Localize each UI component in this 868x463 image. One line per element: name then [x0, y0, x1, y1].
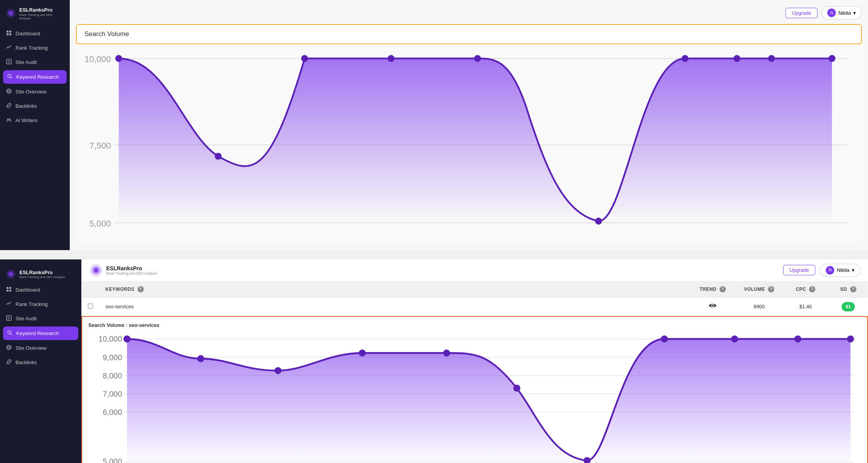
svg-point-43	[8, 331, 11, 334]
sidebar1-logo-text: ESLRanksPro	[19, 7, 53, 13]
sidebar1-item-site-audit[interactable]: Site Audit	[0, 55, 70, 69]
sidebar2-item-keyword-research[interactable]: Keyword Research	[3, 327, 78, 340]
sidebar1-rank-tracking-label: Rank Tracking	[16, 45, 48, 51]
svg-point-72	[661, 335, 668, 342]
search-volume-chart-1: 10,000 7,500 5,000	[80, 48, 858, 238]
svg-rect-4	[9, 31, 11, 33]
sidebar2-logo-icon	[5, 269, 16, 280]
th-cpc: CPC ?	[782, 282, 829, 297]
sidebar2-logo: ESLRanksPro Rank Tracking and SEO Analys…	[0, 263, 81, 283]
sidebar1-dashboard-label: Dashboard	[16, 31, 40, 36]
sidebar2-nav: Dashboard Rank Tracking Site Audit	[0, 283, 81, 370]
svg-text:5,000: 5,000	[103, 457, 122, 463]
svg-line-44	[10, 333, 12, 335]
sidebar2-item-rank-tracking[interactable]: Rank Tracking	[0, 297, 81, 311]
svg-point-30	[768, 55, 775, 62]
sidebar1-item-rank-tracking[interactable]: Rank Tracking	[0, 41, 70, 55]
expanded-chart-cell: Search Volume : seo-services 10,000 9,00…	[82, 316, 868, 463]
sidebar2-rank-tracking-icon	[6, 301, 12, 308]
main-content-1: Upgrade N Nikita ▾ Search Volume 10,000 …	[70, 0, 868, 250]
svg-text:10,000: 10,000	[84, 54, 111, 64]
svg-point-70	[513, 385, 520, 392]
svg-text:7,000: 7,000	[103, 390, 122, 398]
th-volume: VOLUME ?	[736, 282, 782, 297]
screen2-container: ESLRanksPro Rank Tracking and SEO Analys…	[0, 259, 868, 463]
sidebar2-site-overview-icon	[6, 345, 12, 351]
svg-rect-5	[7, 33, 9, 35]
svg-rect-37	[7, 290, 9, 292]
svg-text:5,000: 5,000	[90, 219, 111, 228]
sidebar2-dashboard-label: Dashboard	[16, 287, 40, 293]
user-button-1[interactable]: N Nikita ▾	[822, 6, 862, 19]
expanded-chart-title: Search Volume : seo-services	[88, 322, 861, 328]
svg-rect-38	[9, 290, 11, 292]
row1-keyword-cell: seo-services	[99, 297, 689, 316]
upgrade-button-2[interactable]: Upgrade	[783, 265, 816, 275]
svg-point-67	[274, 367, 281, 374]
sidebar1-item-keyword-research[interactable]: Keyword Research	[3, 70, 67, 84]
svg-point-52	[712, 305, 713, 306]
user-label-2: Nikita	[837, 267, 849, 273]
user-button-2[interactable]: N Nikita ▾	[820, 264, 860, 277]
screen2-header: ESLRanksPro Rank Tracking and SEO Analys…	[81, 259, 868, 282]
site-audit-icon	[6, 59, 12, 66]
keywords-table: KEYWORDS ? TREND ? VOLUME ?	[81, 282, 868, 463]
sidebar2-backlinks-label: Backlinks	[16, 359, 37, 365]
svg-point-68	[359, 349, 366, 356]
header2-logo-text: ESLRanksPro	[106, 265, 157, 271]
row1-checkbox-cell	[82, 297, 99, 316]
dashboard-icon	[6, 30, 12, 37]
svg-point-31	[828, 55, 835, 62]
chevron-down-icon-2: ▾	[852, 267, 854, 273]
svg-point-71	[584, 457, 591, 463]
svg-point-50	[94, 268, 98, 272]
sidebar1-item-dashboard[interactable]: Dashboard	[0, 26, 70, 41]
svg-point-28	[682, 55, 689, 62]
sidebar1-item-ai-writers[interactable]: AI Writers	[0, 113, 70, 128]
sidebar2-dashboard-icon	[6, 287, 12, 293]
trend-info-icon: ?	[720, 286, 726, 292]
row1-checkbox[interactable]	[88, 304, 93, 309]
backlinks-icon	[6, 103, 12, 109]
sidebar2-item-site-overview[interactable]: Site Overview	[0, 341, 81, 355]
cpc-info-icon: ?	[809, 286, 815, 292]
expanded-search-volume-chart: 10,000 9,000 8,000 7,000 6,000 5,000	[88, 332, 861, 463]
expanded-chart-row: Search Volume : seo-services 10,000 9,00…	[82, 316, 868, 463]
sidebar2-rank-tracking-label: Rank Tracking	[16, 301, 48, 307]
svg-point-74	[794, 335, 801, 342]
sidebar2-item-backlinks[interactable]: Backlinks	[0, 355, 81, 370]
sd-info-icon: ?	[850, 286, 856, 292]
sidebar2-item-dashboard[interactable]: Dashboard	[0, 283, 81, 297]
upgrade-button-1[interactable]: Upgrade	[785, 8, 818, 18]
svg-point-69	[443, 349, 450, 356]
sidebar2-logo-sub: Rank Tracking and SEO Analysis	[19, 275, 65, 279]
svg-point-2	[9, 12, 12, 15]
ai-writers-icon	[6, 117, 12, 124]
svg-point-73	[731, 335, 738, 342]
sidebar2-logo-text: ESLRanksPro	[19, 270, 65, 275]
topbar1: Upgrade N Nikita ▾	[76, 6, 862, 19]
user-avatar-2: N	[826, 266, 834, 275]
sidebar2-item-site-audit[interactable]: Site Audit	[0, 311, 81, 326]
row1-sd-cell: 81	[829, 297, 868, 316]
header2-right: Upgrade N Nikita ▾	[783, 264, 860, 277]
row1-trend-eye-icon[interactable]	[708, 302, 717, 310]
sidebar1-logo-sub: Rank Tracking and SEO Analysis	[19, 13, 64, 20]
svg-rect-35	[7, 287, 9, 289]
sidebar1: ESLRanksPro Rank Tracking and SEO Analys…	[0, 0, 70, 250]
svg-point-25	[388, 55, 394, 62]
table-row[interactable]: seo-services	[82, 297, 868, 316]
sidebar1-backlinks-label: Backlinks	[16, 103, 37, 109]
sidebar1-item-site-overview[interactable]: Site Overview	[0, 85, 70, 99]
svg-point-24	[301, 55, 308, 62]
keywords-info-icon: ?	[138, 286, 144, 292]
th-sd: SD ?	[829, 282, 868, 297]
sidebar1-nav: Dashboard Rank Tracking Site Audit	[0, 26, 70, 128]
site-overview-icon	[6, 88, 12, 95]
svg-line-12	[10, 77, 12, 79]
volume-info-icon: ?	[768, 286, 774, 292]
svg-text:10,000: 10,000	[98, 335, 122, 343]
th-checkbox	[82, 282, 99, 297]
sidebar1-keyword-research-label: Keyword Research	[16, 74, 59, 80]
sidebar1-item-backlinks[interactable]: Backlinks	[0, 99, 70, 113]
